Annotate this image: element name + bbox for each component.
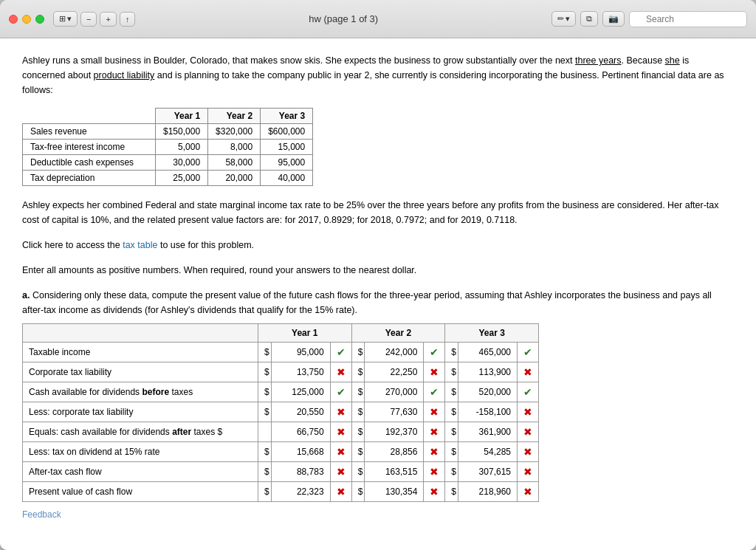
minimize-button[interactable] <box>22 15 31 24</box>
y3-corp-tax-input[interactable]: 113,900 <box>458 362 518 382</box>
search-input[interactable] <box>629 11 747 27</box>
y2-pv-input[interactable]: 130,354 <box>365 482 424 502</box>
y3-corp-tax-cross: ✖ <box>518 362 539 382</box>
y3-cash-before-input[interactable]: 520,000 <box>458 382 518 402</box>
year1-header: Year 1 <box>156 109 208 124</box>
y3-dollar: $ <box>445 382 458 402</box>
table-row: Less: corporate tax liability $ 20,550 ✖… <box>23 402 539 422</box>
y3-dollar: $ <box>445 422 458 442</box>
enter-note-paragraph: Enter all amounts as positive numbers. W… <box>22 263 734 278</box>
y3-cash-before-check: ✔ <box>518 382 539 402</box>
corp-tax-label: Corporate tax liability <box>23 362 258 382</box>
window-title: hw (page 1 of 3) <box>135 13 551 24</box>
year3-header: Year 3 <box>261 109 313 124</box>
share-button[interactable]: ↑ <box>120 12 136 27</box>
y2-less-corp-input[interactable]: 77,630 <box>365 402 424 422</box>
y3-after-tax-input[interactable]: 307,615 <box>458 462 518 482</box>
y1-div-tax-cross: ✖ <box>330 442 351 462</box>
y1-cash-after-cross: ✖ <box>330 422 351 442</box>
pen-button[interactable]: ✏ ▾ <box>551 11 576 27</box>
y2-div-tax-input[interactable]: 28,856 <box>365 442 424 462</box>
y2-div-tax-cross: ✖ <box>424 442 445 462</box>
y2-dollar: $ <box>351 343 365 362</box>
zoom-in-icon: + <box>106 15 110 24</box>
search-wrapper: 🔍 <box>629 11 747 27</box>
copy-button[interactable]: ⧉ <box>580 11 598 27</box>
y3-div-tax-cross: ✖ <box>518 442 539 462</box>
tax-table-link-paragraph: Click here to access the tax table to us… <box>22 238 734 252</box>
y1-cash-after-input[interactable]: 66,750 <box>271 422 330 442</box>
sidebar-toggle-button[interactable]: ⊞ ▾ <box>53 11 78 27</box>
link-suffix-text: to use for this problem. <box>157 240 254 250</box>
y3-dollar: $ <box>445 482 458 502</box>
y3-taxable-income-input[interactable]: 465,000 <box>458 343 518 362</box>
y3-dollar: $ <box>445 343 458 362</box>
y3-dollar: $ <box>445 402 458 422</box>
pen-icon: ✏ <box>557 14 564 24</box>
y1-corp-tax-cross: ✖ <box>330 362 351 382</box>
table-row: Corporate tax liability $ 13,750 ✖ $ 22,… <box>23 362 539 382</box>
copy-icon: ⧉ <box>586 14 592 24</box>
y1-taxable-check: ✔ <box>330 343 351 362</box>
y3-less-corp-input[interactable]: -158,100 <box>458 402 518 422</box>
y2-taxable-check: ✔ <box>424 343 445 362</box>
y1-dollar <box>258 422 271 442</box>
cash-avail-before-label: Cash available for dividends before taxe… <box>23 382 258 402</box>
y2-less-corp-cross: ✖ <box>424 402 445 422</box>
taxable-income-label: Taxable income <box>23 343 258 362</box>
y3-dollar: $ <box>445 442 458 462</box>
y1-dollar: $ <box>258 462 271 482</box>
y2-after-tax-cross: ✖ <box>424 462 445 482</box>
y2-taxable-income-input[interactable]: 242,000 <box>365 343 424 362</box>
y2-after-tax-input[interactable]: 163,515 <box>365 462 424 482</box>
y1-dollar: $ <box>258 402 271 422</box>
table-row: Deductible cash expenses 30,000 58,000 9… <box>23 155 313 171</box>
document-content: Ashley runs a small business in Boulder,… <box>0 38 756 550</box>
y1-less-corp-input[interactable]: 20,550 <box>271 402 330 422</box>
table-row: Less: tax on dividend at 15% rate $ 15,6… <box>23 442 539 462</box>
div-tax-label: Less: tax on dividend at 15% rate <box>23 442 258 462</box>
toolbar-left: ⊞ ▾ − + ↑ <box>53 11 135 27</box>
y3-div-tax-input[interactable]: 54,285 <box>458 442 518 462</box>
close-button[interactable] <box>9 15 18 24</box>
less-corp-tax-label: Less: corporate tax liability <box>23 402 258 422</box>
main-window: ⊞ ▾ − + ↑ hw (page 1 of 3) ✏ ▾ ⧉ 📷 <box>0 0 756 550</box>
after-tax-cashflow-label: After-tax cash flow <box>23 462 258 482</box>
y1-pv-cross: ✖ <box>330 482 351 502</box>
zoom-out-button[interactable]: − <box>80 12 97 27</box>
row-label-header <box>23 324 258 343</box>
y1-div-tax-input[interactable]: 15,668 <box>271 442 330 462</box>
y3-pv-input[interactable]: 218,960 <box>458 482 518 502</box>
traffic-lights <box>9 15 44 24</box>
y3-dollar: $ <box>445 362 458 382</box>
table-row: Tax depreciation 25,000 20,000 40,000 <box>23 171 313 186</box>
y2-cash-before-input[interactable]: 270,000 <box>365 382 424 402</box>
zoom-out-icon: − <box>86 15 91 24</box>
y1-after-tax-input[interactable]: 88,783 <box>271 462 330 482</box>
zoom-in-button[interactable]: + <box>100 12 116 27</box>
y1-pv-input[interactable]: 22,323 <box>271 482 330 502</box>
y1-dollar: $ <box>258 362 271 382</box>
y1-dollar: $ <box>258 382 271 402</box>
y2-cash-after-input[interactable]: 192,370 <box>365 422 424 442</box>
year1-answer-header: Year 1 <box>258 324 351 343</box>
pv-cashflow-label: Present value of cash flow <box>23 482 258 502</box>
y3-pv-cross: ✖ <box>518 482 539 502</box>
maximize-button[interactable] <box>35 15 44 24</box>
tax-table-link[interactable]: tax table <box>123 240 157 250</box>
y2-dollar: $ <box>351 442 365 462</box>
feedback-link[interactable]: Feedback <box>22 509 734 520</box>
y1-taxable-income-input[interactable]: 95,000 <box>271 343 330 362</box>
camera-icon: 📷 <box>608 14 619 24</box>
y3-cash-after-input[interactable]: 361,900 <box>458 422 518 442</box>
y1-dollar: $ <box>258 482 271 502</box>
y3-less-corp-cross: ✖ <box>518 402 539 422</box>
y2-corp-tax-input[interactable]: 22,250 <box>365 362 424 382</box>
y1-cash-before-input[interactable]: 125,000 <box>271 382 330 402</box>
y2-pv-cross: ✖ <box>424 482 445 502</box>
y2-dollar: $ <box>351 462 365 482</box>
camera-button[interactable]: 📷 <box>602 11 625 27</box>
y3-taxable-check: ✔ <box>518 343 539 362</box>
y1-corp-tax-input[interactable]: 13,750 <box>271 362 330 382</box>
y2-dollar: $ <box>351 382 365 402</box>
